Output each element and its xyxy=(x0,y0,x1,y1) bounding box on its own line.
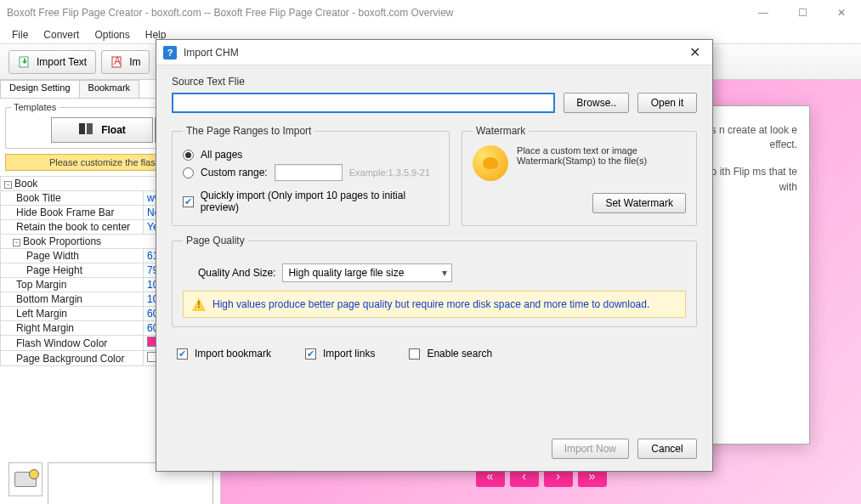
dialog-title: Import CHM xyxy=(184,47,684,59)
browse-button[interactable]: Browse.. xyxy=(564,93,629,113)
quickly-import-checkbox[interactable]: ✔ xyxy=(183,196,194,207)
import-text-button[interactable]: Import Text xyxy=(8,50,96,74)
import-links-checkbox[interactable]: ✔ xyxy=(305,348,316,360)
warning-icon: ! xyxy=(192,297,206,311)
all-pages-label: All pages xyxy=(201,149,242,161)
page-ranges-legend: The Page Ranges to Import xyxy=(183,125,314,137)
prop-book-title[interactable]: Book Title xyxy=(1,191,144,206)
import-pdf-button[interactable]: A Im xyxy=(101,50,150,74)
source-file-input[interactable] xyxy=(172,93,555,113)
dialog-app-icon: ? xyxy=(163,46,177,59)
page-ranges-group: The Page Ranges to Import All pages Cust… xyxy=(172,125,450,226)
templates-legend: Templates xyxy=(11,102,59,112)
import-pdf-label: Im xyxy=(129,56,140,68)
prop-flash-color[interactable]: Flash Window Color xyxy=(1,336,144,351)
enable-search-label: Enable search xyxy=(427,348,492,360)
custom-range-hint: Example:1,3,5,9-21 xyxy=(349,167,430,178)
import-chm-dialog: ? Import CHM ✕ Source Text Flie Browse..… xyxy=(156,39,713,472)
import-now-button[interactable]: Import Now xyxy=(552,439,629,459)
page-quality-legend: Page Quality xyxy=(183,235,248,246)
watermark-text: Place a custom text or image Watermark(S… xyxy=(517,145,686,166)
prop-bottom-margin[interactable]: Bottom Margin xyxy=(1,292,144,307)
book-icon xyxy=(77,122,94,139)
prop-page-height[interactable]: Page Height xyxy=(1,263,144,278)
prop-left-margin[interactable]: Left Margin xyxy=(1,307,144,321)
import-pdf-icon: A xyxy=(110,55,124,69)
set-watermark-button[interactable]: Set Watermark xyxy=(592,193,686,213)
template-float-button[interactable]: Float xyxy=(51,117,153,143)
custom-range-label: Custom range: xyxy=(201,167,268,178)
apply-preset-button[interactable] xyxy=(8,462,42,496)
tab-bookmark[interactable]: Bookmark xyxy=(79,80,140,98)
maximize-button[interactable]: ☐ xyxy=(783,0,822,25)
prop-hide-frame[interactable]: Hide Book Frame Bar xyxy=(1,206,144,220)
prop-page-width[interactable]: Page Width xyxy=(1,249,144,263)
prop-right-margin[interactable]: Right Margin xyxy=(1,321,144,336)
enable-search-checkbox[interactable] xyxy=(409,348,420,360)
prop-page-bg[interactable]: Page Background Color xyxy=(1,351,144,366)
template-float-label: Float xyxy=(101,124,126,136)
import-links-label: Import links xyxy=(323,348,375,360)
svg-text:A: A xyxy=(114,55,121,67)
open-it-button[interactable]: Open it xyxy=(637,93,697,113)
import-bookmark-checkbox[interactable]: ✔ xyxy=(177,348,188,360)
tab-design-setting[interactable]: Design Setting xyxy=(0,80,80,98)
prop-retain-center[interactable]: Retain the book to center xyxy=(1,220,144,235)
window-titlebar: Boxoft Free Flip Page Creator - boxoft.c… xyxy=(0,0,861,25)
close-button[interactable]: ✕ xyxy=(822,0,861,25)
menu-file[interactable]: File xyxy=(5,27,35,42)
source-file-label: Source Text Flie xyxy=(172,76,697,88)
quality-size-label: Quality And Size: xyxy=(198,267,275,279)
quality-info-text: High values produce better page quality … xyxy=(212,298,649,310)
import-text-icon xyxy=(18,55,31,69)
dialog-close-button[interactable]: ✕ xyxy=(684,42,705,62)
quality-size-select[interactable]: High quality large file size xyxy=(282,263,452,282)
custom-range-input[interactable] xyxy=(275,164,343,181)
import-text-label: Import Text xyxy=(37,56,87,68)
menu-options[interactable]: Options xyxy=(88,27,136,42)
page-quality-group: Page Quality Quality And Size: High qual… xyxy=(172,235,697,327)
all-pages-radio[interactable] xyxy=(183,150,194,161)
quickly-import-label: Quickly import (Only import 10 pages to … xyxy=(201,190,439,213)
watermark-icon xyxy=(473,145,508,181)
disk-icon xyxy=(14,472,37,487)
import-bookmark-label: Import bookmark xyxy=(195,348,271,360)
prop-top-margin[interactable]: Top Margin xyxy=(1,278,144,292)
quality-info-bar: ! High values produce better page qualit… xyxy=(183,291,686,318)
watermark-group: Watermark Place a custom text or image W… xyxy=(462,125,697,226)
watermark-legend: Watermark xyxy=(473,125,529,137)
cancel-button[interactable]: Cancel xyxy=(637,439,697,459)
window-title: Boxoft Free Flip Page Creator - boxoft.c… xyxy=(7,7,744,19)
custom-range-radio[interactable] xyxy=(183,167,194,178)
menu-convert[interactable]: Convert xyxy=(37,27,86,42)
minimize-button[interactable]: — xyxy=(744,0,783,25)
dialog-titlebar: ? Import CHM ✕ xyxy=(156,40,712,65)
